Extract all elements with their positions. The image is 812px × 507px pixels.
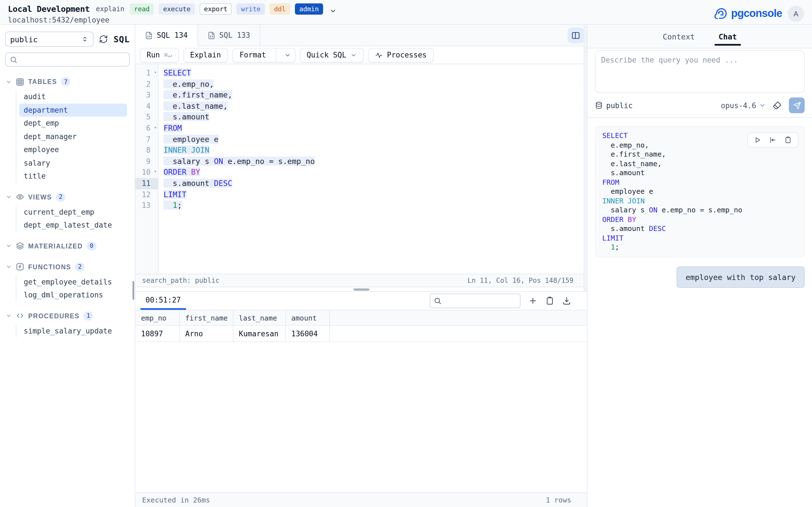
- editor-line: 4 e.last_name,: [135, 101, 587, 112]
- badge-admin[interactable]: admin: [295, 3, 323, 15]
- connection-info: Local Development explain readexecuteexp…: [8, 3, 337, 24]
- toggle-panel-button[interactable]: [568, 27, 583, 43]
- sidebar-item-audit[interactable]: audit: [16, 90, 135, 103]
- section-header-procedures[interactable]: PROCEDURES1: [0, 309, 135, 323]
- badge-export[interactable]: export: [200, 3, 232, 15]
- line-code: s.amount: [158, 112, 209, 123]
- table-cell[interactable]: 136004: [285, 325, 329, 342]
- sidebar-search[interactable]: [5, 52, 130, 66]
- execution-time: Executed in 26ms: [142, 496, 210, 504]
- sidebar-item-simple_salary_update[interactable]: simple_salary_update: [16, 324, 135, 337]
- results-resize-handle[interactable]: [135, 287, 587, 291]
- editor-line: 9 salary s ON e.emp_no = s.emp_no: [135, 156, 587, 167]
- download-results-icon[interactable]: [562, 296, 571, 305]
- editor-line: 8INNER JOIN: [135, 145, 587, 156]
- badge-write[interactable]: write: [237, 3, 265, 15]
- table-cell[interactable]: 10897: [135, 325, 179, 342]
- add-result-tab-icon[interactable]: [528, 296, 538, 305]
- badge-ddl[interactable]: ddl: [269, 3, 290, 15]
- search-icon: [10, 55, 17, 63]
- refresh-icon[interactable]: [99, 34, 109, 44]
- table-cell[interactable]: Kumaresan: [233, 325, 285, 342]
- send-button[interactable]: [789, 98, 805, 113]
- sidebar-item-dept_manager[interactable]: dept_manager: [16, 130, 135, 143]
- line-number: 9: [135, 156, 158, 167]
- tab-sql-134[interactable]: SQL 134: [135, 25, 198, 46]
- section-header-functions[interactable]: FUNCTIONS2: [0, 260, 135, 274]
- model-select[interactable]: opus-4.6: [721, 101, 766, 110]
- section-header-materialized[interactable]: MATERIALIZED0: [0, 239, 135, 252]
- sql-mode-label[interactable]: SQL: [114, 34, 130, 44]
- column-header-last_name[interactable]: last_name: [233, 310, 285, 325]
- line-number: 11: [135, 178, 158, 189]
- run-button[interactable]: Run ⌘↵: [140, 48, 179, 62]
- line-code: 1;: [158, 200, 182, 211]
- sidebar-item-title[interactable]: title: [16, 170, 135, 183]
- clear-chat-icon[interactable]: [772, 101, 782, 110]
- copy-snippet-icon[interactable]: [784, 136, 792, 144]
- line-code: s.amount DESC: [158, 178, 232, 189]
- badge-execute[interactable]: execute: [159, 3, 195, 15]
- snippet-line: s.amount DESC: [602, 224, 797, 233]
- explain-button[interactable]: Explain: [183, 48, 228, 62]
- results-footer: Executed in 26ms 1 rows: [135, 492, 587, 507]
- sidebar-item-dept_emp[interactable]: dept_emp: [16, 117, 135, 130]
- tab-sql-133[interactable]: SQL 133: [198, 25, 260, 46]
- table-row[interactable]: 10897ArnoKumaresan136004: [135, 325, 587, 342]
- section-header-views[interactable]: VIEWS2: [0, 190, 135, 204]
- results-search[interactable]: [430, 293, 520, 308]
- results-search-input[interactable]: [444, 297, 516, 305]
- column-header-amount[interactable]: amount: [285, 310, 329, 325]
- avatar[interactable]: A: [788, 5, 804, 22]
- editor-status-bar: search_path: public Ln 11, Col 16, Pos 1…: [135, 274, 587, 287]
- section-header-tables[interactable]: TABLES7: [0, 75, 135, 89]
- format-chevron[interactable]: [280, 52, 295, 58]
- section-label: PROCEDURES: [28, 313, 80, 319]
- line-code: LIMIT: [158, 189, 186, 200]
- sidebar-item-department[interactable]: department: [19, 103, 127, 117]
- sidebar-item-log_dml_operations[interactable]: log_dml_operations: [16, 288, 135, 302]
- sidebar-scrollbar-thumb[interactable]: [132, 281, 134, 300]
- line-code: [158, 211, 163, 274]
- fold-marker[interactable]: ▾: [154, 122, 157, 133]
- line-code: [158, 64, 163, 68]
- editor-line: 2 e.emp_no,: [135, 78, 587, 90]
- chat-input[interactable]: [595, 50, 805, 93]
- assistant-sql-response: SELECT e.emp_no, e.first_name, e.last_na…: [595, 126, 805, 257]
- badge-read[interactable]: read: [130, 3, 154, 15]
- connection-menu-chevron-icon[interactable]: [329, 7, 337, 14]
- section-label: VIEWS: [28, 193, 52, 200]
- snippet-line: e.first_name,: [602, 150, 797, 159]
- tab-context[interactable]: Context: [662, 25, 696, 48]
- format-button[interactable]: Format: [232, 48, 295, 62]
- selection-highlight: e.last_name,: [163, 101, 228, 110]
- run-snippet-icon[interactable]: [754, 136, 761, 144]
- sidebar-item-employee[interactable]: employee: [16, 143, 135, 156]
- column-header-first_name[interactable]: first_name: [179, 310, 233, 325]
- editor-scrollbar-track[interactable]: [583, 25, 587, 291]
- result-tab-timer[interactable]: 00:51:27: [140, 292, 186, 310]
- selection-highlight: employee e: [163, 134, 218, 144]
- tab-chat[interactable]: Chat: [717, 25, 738, 48]
- processes-button[interactable]: Processes: [368, 48, 434, 62]
- sidebar-item-dept_emp_latest_date[interactable]: dept_emp_latest_date: [16, 219, 135, 232]
- sidebar-item-get_employee_details[interactable]: get_employee_details: [16, 275, 135, 288]
- drag-pill: [353, 288, 369, 290]
- sidebar-search-input[interactable]: [21, 55, 125, 64]
- insert-snippet-icon[interactable]: [769, 136, 776, 144]
- schema-select[interactable]: public: [5, 32, 94, 47]
- fold-marker[interactable]: ▾: [154, 67, 157, 78]
- copy-results-icon[interactable]: [545, 296, 554, 305]
- sql-editor[interactable]: 1▾SELECT2 e.emp_no,3 e.first_name,4 e.la…: [135, 64, 587, 274]
- table-cell[interactable]: Arno: [179, 325, 233, 342]
- button-divider: [275, 48, 276, 62]
- editor-line: 10▾ORDER BY: [135, 167, 587, 178]
- sidebar-item-salary[interactable]: salary: [16, 156, 135, 170]
- column-header-emp_no[interactable]: emp_no: [135, 310, 179, 325]
- snippet-line: e.last_name,: [602, 159, 797, 168]
- sidebar-item-current_dept_emp[interactable]: current_dept_emp: [16, 205, 135, 219]
- fold-marker[interactable]: ▾: [154, 166, 157, 177]
- editor-pane: SQL 134SQL 133 Run ⌘↵ Explain Format: [135, 25, 587, 507]
- top-bar: Local Development explain readexecuteexp…: [0, 0, 812, 25]
- quick-sql-button[interactable]: Quick SQL: [300, 48, 364, 62]
